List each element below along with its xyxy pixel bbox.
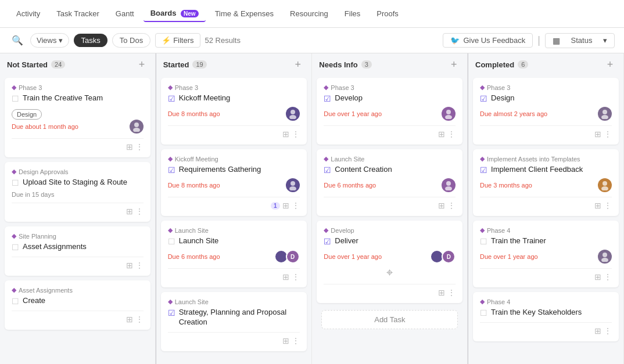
task-card[interactable]: ◆Kickoff Meeting☑Requirements GatheringD… <box>161 149 307 216</box>
column-add-button[interactable]: + <box>604 58 616 71</box>
task-card[interactable]: ◆Implement Assets into Templates☑Impleme… <box>473 149 619 216</box>
card-grid-icon[interactable]: ⊞ <box>438 129 445 139</box>
search-button[interactable]: 🔍 <box>9 33 26 49</box>
task-checkbox[interactable]: ☑ <box>324 237 331 246</box>
card-more-icon[interactable]: ⋮ <box>447 129 456 139</box>
feedback-button[interactable]: 🐦 Give Us Feedback <box>443 33 533 48</box>
task-checkbox[interactable]: ☐ <box>168 237 175 246</box>
card-more-icon[interactable]: ⋮ <box>604 326 612 336</box>
task-checkbox[interactable]: ☑ <box>168 165 175 175</box>
todos-button[interactable]: To Dos <box>112 33 150 48</box>
card-grid-icon[interactable]: ⊞ <box>594 129 601 139</box>
card-more-icon[interactable]: ⋮ <box>292 336 300 345</box>
column-title: Started <box>163 60 189 69</box>
task-card[interactable]: ◆Site Planning☐Asset Assignments⊞⋮ <box>5 226 150 276</box>
card-more-icon[interactable]: ⋮ <box>447 288 456 297</box>
diamond-icon: ◆ <box>480 226 485 234</box>
task-card[interactable]: ◆Phase 3☑Kickoff MeetingDue 8 months ago… <box>161 78 307 145</box>
card-grid-icon[interactable]: ⊞ <box>594 272 601 282</box>
card-more-icon[interactable]: ⋮ <box>604 201 612 210</box>
task-checkbox[interactable]: ☐ <box>12 243 19 252</box>
task-checkbox[interactable]: ☑ <box>480 165 487 175</box>
status-icon: ▦ <box>553 36 560 45</box>
task-card[interactable]: ◆Phase 3☐Train the Creative TeamDesignDu… <box>5 78 150 157</box>
task-checkbox[interactable]: ☑ <box>168 308 175 318</box>
card-grid-icon[interactable]: ⊞ <box>126 142 133 152</box>
nav-activity[interactable]: Activity <box>9 6 47 21</box>
filters-button[interactable]: ⚡ Filters <box>155 33 200 48</box>
tasks-button[interactable]: Tasks <box>74 34 107 47</box>
card-more-icon[interactable]: ⋮ <box>135 142 144 152</box>
task-card[interactable]: ◆Asset Assignments☐Create⊞⋮ <box>5 280 150 330</box>
card-due-date: Due over 1 year ago <box>480 253 538 260</box>
task-card[interactable]: ◆Phase 3☑DesignDue almost 2 years ago⊞⋮ <box>473 78 619 145</box>
card-grid-icon[interactable]: ⊞ <box>594 326 601 336</box>
svg-point-6 <box>446 110 451 114</box>
card-footer: ⊞⋮ <box>12 203 144 216</box>
views-button[interactable]: Views ▾ <box>30 33 69 48</box>
diamond-icon: ◆ <box>480 155 485 163</box>
add-task-button[interactable]: Add Task <box>321 310 458 329</box>
task-title: Upload Site to Staging & Route <box>23 178 127 188</box>
status-select[interactable]: ▦ Status ▾ <box>545 33 615 48</box>
card-footer: 1⊞⋮ <box>168 197 300 210</box>
card-grid-icon[interactable]: ⊞ <box>438 201 445 210</box>
card-grid-icon[interactable]: ⊞ <box>282 201 289 210</box>
task-card[interactable]: ◆Phase 4☐Train the Key Stakeholders⊞⋮ <box>473 292 619 341</box>
task-checkbox[interactable]: ☐ <box>12 94 19 103</box>
task-title: Content Creation <box>335 165 392 175</box>
task-card[interactable]: ◆Launch Site☑Strategy, Planning and Prop… <box>161 292 307 351</box>
diamond-icon: ◆ <box>480 84 485 91</box>
svg-point-10 <box>603 110 607 114</box>
task-checkbox[interactable]: ☑ <box>480 94 487 103</box>
task-title: Train the Key Stakeholders <box>491 308 582 318</box>
card-grid-icon[interactable]: ⊞ <box>282 272 289 282</box>
toolbar: 🔍 Views ▾ Tasks To Dos ⚡ Filters 52 Resu… <box>0 28 624 53</box>
nav-task-tracker[interactable]: Task Tracker <box>49 6 106 21</box>
column-add-button[interactable]: + <box>447 58 460 71</box>
card-grid-icon[interactable]: ⊞ <box>126 261 133 270</box>
task-card[interactable]: ◆Design Approvals☐Upload Site to Staging… <box>5 162 150 222</box>
column-count: 3 <box>361 60 372 69</box>
card-more-icon[interactable]: ⋮ <box>135 261 144 270</box>
card-more-icon[interactable]: ⋮ <box>292 129 300 139</box>
card-more-icon[interactable]: ⋮ <box>447 201 456 210</box>
task-card[interactable]: ◆Launch Site☑Content CreationDue 6 month… <box>317 149 462 216</box>
task-checkbox[interactable]: ☐ <box>480 237 487 246</box>
card-grid-icon[interactable]: ⊞ <box>438 288 445 297</box>
card-more-icon[interactable]: ⋮ <box>292 201 300 210</box>
task-checkbox[interactable]: ☐ <box>12 178 19 188</box>
nav-resourcing[interactable]: Resourcing <box>283 6 335 21</box>
task-card[interactable]: ◆Develop☑DeliverDue over 1 year agoD⌖⊞⋮ <box>317 221 462 303</box>
card-more-icon[interactable]: ⋮ <box>292 272 300 282</box>
nav-proofs[interactable]: Proofs <box>370 6 406 21</box>
task-checkbox[interactable]: ☐ <box>12 297 19 306</box>
nav-gantt[interactable]: Gantt <box>109 6 141 21</box>
card-grid-icon[interactable]: ⊞ <box>126 315 133 324</box>
card-phase: ◆Launch Site <box>168 298 300 305</box>
task-checkbox[interactable]: ☑ <box>168 94 175 103</box>
column-add-button[interactable]: + <box>292 58 304 71</box>
card-grid-icon[interactable]: ⊞ <box>126 207 133 216</box>
svg-point-13 <box>601 186 608 190</box>
card-more-icon[interactable]: ⋮ <box>135 207 144 216</box>
nav-boards[interactable]: Boards New <box>144 5 206 22</box>
card-more-icon[interactable]: ⋮ <box>604 129 612 139</box>
nav-time-expenses[interactable]: Time & Expenses <box>208 6 281 21</box>
column-add-button[interactable]: + <box>135 58 148 71</box>
task-checkbox[interactable]: ☑ <box>324 165 331 175</box>
card-grid-icon[interactable]: ⊞ <box>594 201 601 210</box>
nav-files[interactable]: Files <box>338 6 367 21</box>
task-card[interactable]: ◆Phase 4☐Train the TrainerDue over 1 yea… <box>473 221 619 287</box>
task-checkbox[interactable]: ☑ <box>324 94 331 103</box>
task-card[interactable]: ◆Phase 3☑DevelopDue over 1 year ago⊞⋮ <box>317 78 462 145</box>
card-more-icon[interactable]: ⋮ <box>135 315 144 324</box>
card-more-icon[interactable]: ⋮ <box>604 272 612 282</box>
column-scroll: ◆Phase 3☐Train the Creative TeamDesignDu… <box>0 75 155 364</box>
card-grid-icon[interactable]: ⊞ <box>282 129 289 139</box>
task-checkbox[interactable]: ☐ <box>480 308 487 318</box>
card-title-row: ☑Develop <box>324 93 456 103</box>
task-card[interactable]: ◆Launch Site☐Launch SiteDue 6 months ago… <box>161 221 307 287</box>
card-grid-icon[interactable]: ⊞ <box>282 336 289 345</box>
card-phase: ◆Asset Assignments <box>12 286 144 294</box>
